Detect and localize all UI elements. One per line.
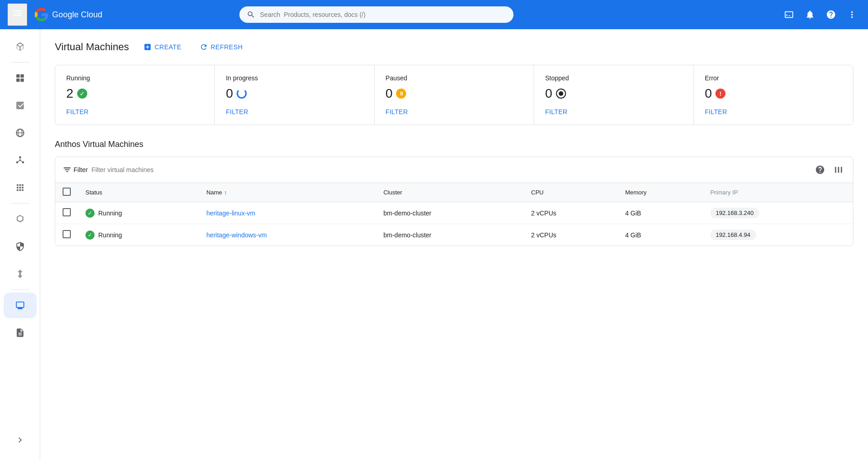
create-icon [143, 43, 152, 51]
row1-checkbox-cell[interactable] [55, 202, 78, 224]
refresh-icon [200, 43, 208, 51]
table-header-row: Status Name ↑ Cluster CPU [55, 183, 853, 202]
help-button[interactable] [822, 6, 840, 23]
row1-status-icon: ✓ [85, 209, 95, 218]
status-card-error: Error 0 ! FILTER [694, 65, 853, 125]
inprogress-icon [237, 89, 247, 99]
create-button[interactable]: CREATE [140, 40, 185, 54]
row2-name-link[interactable]: heritage-windows-vm [206, 231, 267, 239]
google-cloud-logo-icon [35, 8, 48, 21]
columns-button[interactable] [831, 162, 846, 177]
inprogress-filter-link[interactable]: FILTER [226, 108, 248, 115]
row2-status: ✓ Running [78, 224, 199, 246]
select-all-cell[interactable] [55, 183, 78, 202]
row1-name-link[interactable]: heritage-linux-vm [206, 210, 255, 217]
vm-table: Status Name ↑ Cluster CPU [55, 183, 853, 246]
anthos-logo-icon [15, 42, 25, 52]
sidebar-item-workloads[interactable] [4, 120, 37, 146]
filter-input[interactable] [91, 166, 809, 173]
help-table-button[interactable] [813, 162, 827, 177]
search-container [239, 6, 513, 23]
search-box[interactable] [239, 6, 513, 23]
error-count: 0 [705, 86, 712, 101]
refresh-label: REFRESH [211, 43, 243, 51]
row2-checkbox[interactable] [63, 230, 71, 238]
sidebar-item-security[interactable] [4, 234, 37, 259]
help-icon [826, 10, 836, 20]
sidebar-item-logs[interactable] [4, 320, 37, 346]
logs-icon [15, 328, 25, 338]
main-layout: Virtual Machines CREATE REFRESH Running [0, 29, 868, 461]
status-card-paused: Paused 0 ⏸ FILTER [375, 65, 534, 125]
row2-ip-badge: 192.168.4.94 [710, 230, 756, 240]
inprogress-count: 0 [226, 86, 233, 101]
running-icon: ✓ [77, 89, 87, 99]
select-all-checkbox[interactable] [63, 188, 71, 196]
row1-status: ✓ Running [78, 202, 199, 224]
help-circle-icon [815, 165, 825, 175]
error-title: Error [705, 74, 842, 82]
sort-arrow-icon: ↑ [224, 189, 227, 196]
paused-count: 0 [386, 86, 393, 101]
sidebar-item-migrate[interactable] [4, 261, 37, 287]
row1-ip: 192.168.3.240 [703, 202, 853, 224]
running-filter-link[interactable]: FILTER [66, 108, 89, 115]
stopped-value: 0 [545, 86, 682, 101]
apps-icon [15, 183, 25, 193]
sidebar-item-dashboard[interactable] [4, 65, 37, 91]
vm-table-container: Filter [55, 157, 853, 246]
col-name[interactable]: Name ↑ [199, 183, 376, 202]
sidebar-item-vms[interactable] [4, 293, 37, 318]
row2-name[interactable]: heritage-windows-vm [199, 224, 376, 246]
paused-filter-link[interactable]: FILTER [386, 108, 408, 115]
nav-actions [780, 6, 861, 23]
col-cluster: Cluster [376, 183, 524, 202]
anthos-icon [15, 214, 25, 224]
sidebar-expand-button[interactable] [4, 427, 37, 453]
paused-title: Paused [386, 74, 523, 82]
error-value: 0 ! [705, 86, 842, 101]
stopped-icon [556, 89, 566, 99]
paused-value: 0 ⏸ [386, 86, 523, 101]
sidebar-item-apps[interactable] [4, 175, 37, 200]
running-count: 2 [66, 86, 74, 101]
sidebar-item-features[interactable] [4, 93, 37, 118]
create-label: CREATE [154, 43, 181, 51]
toolbar-actions [813, 162, 846, 177]
row2-status-text: Running [98, 231, 122, 239]
terminal-button[interactable] [780, 6, 798, 23]
notifications-button[interactable] [801, 6, 819, 23]
sidebar [0, 29, 40, 461]
refresh-button[interactable]: REFRESH [196, 40, 246, 54]
expand-icon [15, 435, 25, 445]
row1-checkbox[interactable] [63, 208, 71, 216]
running-value: 2 ✓ [66, 86, 203, 101]
sidebar-item-clusters[interactable] [4, 147, 37, 173]
row2-checkbox-cell[interactable] [55, 224, 78, 246]
error-filter-link[interactable]: FILTER [705, 108, 727, 115]
bell-icon [805, 10, 815, 20]
table-body: ✓ Running heritage-linux-vm bm-demo-clus… [55, 202, 853, 246]
logo-text: Google Cloud [52, 10, 102, 20]
page-title: Virtual Machines [55, 41, 129, 53]
row1-name[interactable]: heritage-linux-vm [199, 202, 376, 224]
sidebar-item-home[interactable] [4, 34, 37, 59]
dashboard-icon [15, 73, 25, 83]
filter-button[interactable]: Filter [63, 165, 88, 174]
row1-status-text: Running [98, 210, 122, 217]
table-row[interactable]: ✓ Running heritage-windows-vm bm-demo-cl… [55, 224, 853, 246]
row2-status-icon: ✓ [85, 230, 95, 240]
inprogress-title: In progress [226, 74, 363, 82]
sidebar-divider-2 [11, 203, 29, 204]
svg-point-4 [16, 161, 18, 163]
hamburger-menu-icon[interactable] [7, 3, 27, 26]
status-card-stopped: Stopped 0 FILTER [534, 65, 693, 125]
sidebar-item-anthos[interactable] [4, 206, 37, 232]
more-options-button[interactable] [843, 6, 861, 23]
terminal-icon [784, 10, 794, 20]
stopped-count: 0 [545, 86, 552, 101]
table-row[interactable]: ✓ Running heritage-linux-vm bm-demo-clus… [55, 202, 853, 224]
search-input[interactable] [260, 11, 506, 18]
sidebar-expand-area [4, 423, 37, 457]
stopped-filter-link[interactable]: FILTER [545, 108, 567, 115]
